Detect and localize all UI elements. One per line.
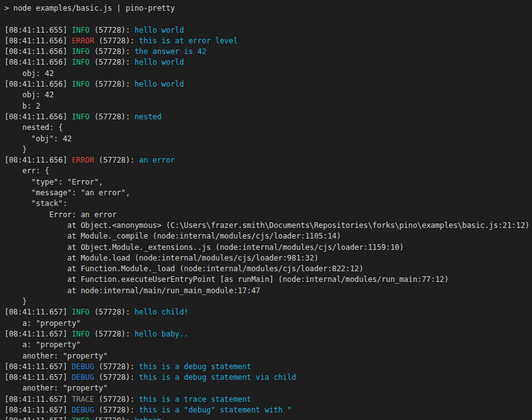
log-pid: (57728): — [94, 406, 139, 414]
log-detail-line: a: "property" — [4, 340, 532, 350]
log-pid: (57728): — [94, 395, 139, 404]
log-timestamp: [08:41:11.657] — [4, 406, 72, 414]
log-level: INFO — [72, 416, 90, 420]
log-timestamp: [08:41:11.656] — [4, 112, 72, 121]
terminal-window[interactable]: > node examples/basic.js | pino-pretty [… — [0, 0, 532, 420]
log-detail-text: } — [4, 145, 27, 154]
log-level: INFO — [72, 47, 90, 56]
log-pid: (57728): — [90, 308, 134, 316]
log-line: [08:41:11.657] INFO (57728): hello child… — [4, 307, 532, 318]
log-detail-text: a: "property" — [4, 340, 80, 349]
log-detail-text: at node:internal/main/run_main_module:17… — [4, 286, 260, 295]
log-timestamp: [08:41:11.657] — [4, 362, 72, 371]
log-level: DEBUG — [72, 373, 94, 382]
command-text: node examples/basic.js | pino-pretty — [13, 4, 175, 13]
log-detail-line: err: { — [4, 166, 532, 176]
log-timestamp: [08:41:11.657] — [4, 373, 72, 382]
log-level: INFO — [72, 80, 90, 89]
log-line: [08:41:11.657] DEBUG (57728): this is a … — [4, 372, 532, 383]
log-detail-text: a: "property" — [4, 319, 80, 328]
log-detail-text: at Object.Module._extensions..js (node:i… — [4, 243, 404, 252]
log-timestamp: [08:41:11.656] — [4, 58, 72, 67]
log-message: this is a debug statement — [139, 362, 251, 371]
log-detail-line: } — [4, 296, 532, 307]
log-detail-line: a: "property" — [4, 318, 532, 329]
log-line: [08:41:11.657] INFO (57728): hello baby.… — [4, 329, 532, 340]
log-detail-text: another: "property" — [4, 384, 107, 392]
log-detail-line: "obj": 42 — [4, 134, 532, 144]
log-detail-text: at Function.executeUserEntryPoint [as ru… — [4, 275, 448, 284]
command-line: > node examples/basic.js | pino-pretty — [4, 3, 532, 14]
log-detail-line: obj: 42 — [4, 68, 532, 79]
log-message: the answer is 42 — [134, 47, 206, 56]
log-pid: (57728): — [90, 26, 134, 35]
log-output: [08:41:11.655] INFO (57728): hello world… — [4, 25, 532, 420]
log-line: [08:41:11.656] INFO (57728): hello world — [4, 79, 532, 90]
log-detail-line: "message": "an error", — [4, 188, 532, 198]
log-timestamp: [08:41:11.657] — [4, 395, 72, 404]
log-detail-text: at Function.Module._load (node:internal/… — [4, 264, 364, 273]
log-level: INFO — [72, 330, 90, 338]
log-pid: (57728): — [90, 47, 134, 56]
log-pid: (57728): — [90, 80, 134, 89]
log-pid: (57728): — [90, 58, 134, 67]
log-detail-text: obj: 42 — [4, 69, 54, 78]
log-level: DEBUG — [72, 362, 94, 371]
log-detail-text: obj: 42 — [4, 90, 54, 99]
log-detail-text: another: "property" — [4, 352, 107, 360]
log-message: hello world — [134, 80, 184, 89]
log-detail-line: Error: an error — [4, 210, 532, 220]
log-detail-text: nested: { — [4, 123, 63, 132]
log-detail-text: "stack": — [4, 199, 67, 208]
log-detail-line: "stack": — [4, 198, 532, 209]
shell-prompt: > — [4, 4, 13, 13]
log-level: INFO — [72, 26, 90, 35]
log-message: hello world — [134, 58, 184, 67]
log-timestamp: [08:41:11.656] — [4, 47, 72, 56]
log-line: [08:41:11.656] INFO (57728): hello world — [4, 57, 532, 68]
log-detail-text: at Object.<anonymous> (C:\Users\frazer.s… — [4, 221, 529, 230]
log-line: [08:41:11.657] INFO (57728): kaboom — [4, 416, 532, 420]
log-line: [08:41:11.655] INFO (57728): hello world — [4, 25, 532, 36]
log-detail-text: "type": "Error", — [4, 178, 103, 186]
log-pid: (57728): — [90, 112, 134, 121]
log-line: [08:41:11.656] INFO (57728): the answer … — [4, 46, 532, 57]
log-timestamp: [08:41:11.656] — [4, 80, 72, 89]
log-detail-text: } — [4, 297, 27, 306]
log-detail-line: at node:internal/main/run_main_module:17… — [4, 286, 532, 296]
log-message: this is a debug statement via child — [139, 373, 296, 382]
log-line: [08:41:11.657] DEBUG (57728): this is a … — [4, 405, 532, 416]
log-detail-line: at Object.Module._extensions..js (node:i… — [4, 242, 532, 253]
log-line: [08:41:11.656] ERROR (57728): this is at… — [4, 36, 532, 46]
log-timestamp: [08:41:11.657] — [4, 308, 72, 316]
log-detail-line: at Object.<anonymous> (C:\Users\frazer.s… — [4, 220, 532, 231]
log-level: ERROR — [72, 156, 94, 164]
log-timestamp: [08:41:11.656] — [4, 36, 72, 45]
log-message: this is at error level — [139, 36, 237, 45]
log-pid: (57728): — [94, 156, 139, 164]
log-pid: (57728): — [90, 416, 134, 420]
log-message: this is a trace statement — [139, 395, 251, 404]
log-detail-line: at Function.Module._load (node:internal/… — [4, 264, 532, 274]
log-level: INFO — [72, 308, 90, 316]
log-line: [08:41:11.656] INFO (57728): nested — [4, 112, 532, 122]
log-level: TRACE — [72, 395, 94, 404]
log-message: kaboom — [134, 416, 161, 420]
log-detail-line: at Module.load (node:internal/modules/cj… — [4, 253, 532, 264]
log-detail-text: err: { — [4, 166, 49, 175]
log-level: INFO — [72, 112, 90, 121]
log-line: [08:41:11.656] ERROR (57728): an error — [4, 155, 532, 166]
log-pid: (57728): — [90, 330, 134, 338]
log-detail-line: } — [4, 144, 532, 155]
log-detail-text: at Module.load (node:internal/modules/cj… — [4, 254, 318, 262]
log-detail-text: "obj": 42 — [4, 134, 72, 143]
blank-line — [4, 14, 532, 24]
log-detail-line: another: "property" — [4, 383, 532, 394]
log-message: hello world — [134, 26, 184, 35]
log-timestamp: [08:41:11.655] — [4, 26, 72, 35]
log-timestamp: [08:41:11.657] — [4, 416, 72, 420]
log-timestamp: [08:41:11.657] — [4, 330, 72, 338]
log-message: this is a "debug" statement with " — [139, 406, 291, 414]
log-detail-text: Error: an error — [4, 210, 117, 219]
log-detail-line: at Function.executeUserEntryPoint [as ru… — [4, 274, 532, 285]
